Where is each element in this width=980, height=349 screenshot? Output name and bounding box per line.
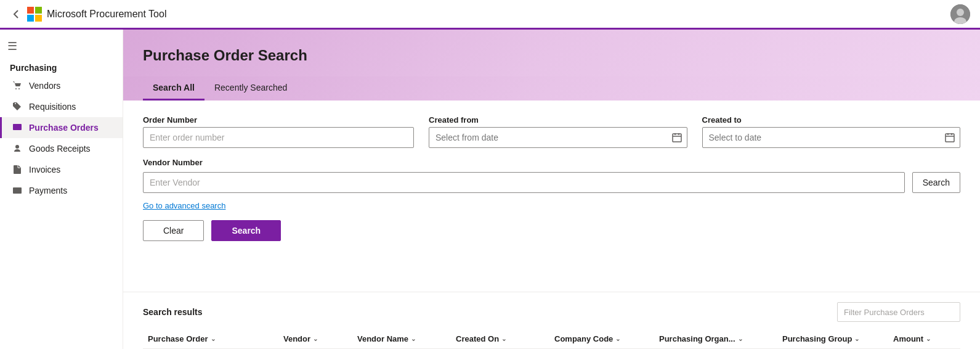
created-from-calendar-button[interactable]	[667, 133, 687, 142]
vendor-number-label: Vendor Number	[143, 158, 960, 167]
svg-point-4	[18, 88, 20, 89]
sort-icon-pgroup: ⌄	[854, 335, 859, 342]
topbar: Microsoft Procurement Tool	[0, 0, 980, 30]
results-header: Search results	[143, 302, 960, 322]
hero-section: Purchase Order Search	[123, 30, 980, 76]
svg-rect-5	[13, 124, 22, 130]
col-header-vendor-name[interactable]: Vendor Name ⌄	[352, 334, 451, 343]
created-from-input[interactable]	[429, 129, 667, 146]
sidebar-label-payments: Payments	[29, 186, 67, 195]
sidebar-item-requisitions[interactable]: Requisitions	[0, 96, 123, 117]
clear-button[interactable]: Clear	[143, 220, 204, 241]
doc-icon	[12, 164, 23, 175]
order-number-field: Order Number	[143, 115, 414, 148]
created-to-label: Created to	[702, 115, 961, 125]
tag-icon	[12, 101, 23, 112]
sort-icon-po: ⌄	[211, 335, 216, 342]
vendor-number-field	[143, 172, 905, 193]
search-form: Order Number Created from	[143, 115, 960, 241]
sort-icon-company-code: ⌄	[615, 335, 620, 342]
payment-icon	[12, 185, 23, 196]
topbar-left: Microsoft Procurement Tool	[10, 7, 166, 22]
hamburger-icon[interactable]: ☰	[0, 35, 123, 58]
sidebar-item-goods-receipts[interactable]: Goods Receipts	[0, 138, 123, 159]
action-row: Clear Search	[143, 220, 960, 241]
advanced-search-link[interactable]: Go to advanced search	[143, 201, 225, 210]
avatar[interactable]	[950, 4, 970, 24]
sidebar-label-requisitions: Requisitions	[29, 102, 76, 112]
sidebar-item-purchase-orders[interactable]: Purchase Orders	[0, 117, 123, 138]
col-header-created-on[interactable]: Created On ⌄	[451, 334, 549, 343]
svg-point-1	[957, 9, 964, 16]
results-title: Search results	[143, 307, 203, 317]
col-header-porg[interactable]: Purchasing Organ... ⌄	[654, 334, 777, 343]
sort-icon-vendor-name: ⌄	[411, 335, 416, 342]
sidebar-item-invoices[interactable]: Invoices	[0, 159, 123, 180]
ms-logo-green	[35, 7, 42, 14]
content-area: Order Number Created from	[123, 101, 980, 292]
search-inline-button[interactable]: Search	[912, 172, 960, 193]
svg-point-3	[15, 88, 17, 89]
vendor-number-input[interactable]	[143, 172, 905, 193]
sidebar-label-vendors: Vendors	[29, 81, 60, 91]
microsoft-logo	[27, 7, 42, 22]
tabs-bar: Search All Recently Searched	[123, 76, 980, 101]
back-button[interactable]	[10, 8, 22, 20]
order-number-input[interactable]	[143, 127, 414, 148]
results-section: Search results Purchase Order ⌄ Vendor ⌄…	[123, 292, 980, 349]
created-from-label: Created from	[429, 115, 687, 125]
page-title: Purchase Order Search	[143, 47, 960, 64]
sidebar-label-goods-receipts: Goods Receipts	[29, 144, 91, 154]
sidebar-section-title: Purchasing	[0, 58, 123, 75]
user-icon	[12, 143, 23, 154]
svg-rect-10	[13, 189, 22, 191]
vendor-number-label-row: Vendor Number	[143, 158, 960, 167]
sort-icon-amount: ⌄	[926, 335, 931, 342]
sidebar-item-vendors[interactable]: Vendors	[0, 75, 123, 96]
col-header-po[interactable]: Purchase Order ⌄	[143, 334, 278, 343]
created-from-wrapper	[429, 127, 687, 148]
sidebar: ☰ Purchasing Vendors Requisitions Purcha…	[0, 30, 123, 349]
sort-icon-vendor: ⌄	[313, 335, 318, 342]
svg-point-6	[15, 145, 19, 149]
svg-rect-15	[946, 134, 954, 142]
svg-rect-11	[673, 134, 681, 142]
main-content: Purchase Order Search Search All Recentl…	[123, 30, 980, 349]
sidebar-label-invoices: Invoices	[29, 165, 60, 175]
created-to-wrapper	[702, 127, 961, 148]
col-header-pgroup[interactable]: Purchasing Group ⌄	[777, 334, 888, 343]
search-button[interactable]: Search	[211, 220, 281, 241]
order-number-label: Order Number	[143, 115, 414, 125]
ms-logo-red	[27, 7, 34, 14]
vendor-row: Search	[143, 172, 960, 193]
filter-input[interactable]	[837, 302, 960, 322]
layout: ☰ Purchasing Vendors Requisitions Purcha…	[0, 30, 980, 349]
table-header: Purchase Order ⌄ Vendor ⌄ Vendor Name ⌄ …	[143, 329, 960, 349]
sort-icon-created-on: ⌄	[501, 335, 506, 342]
created-to-calendar-button[interactable]	[940, 133, 960, 142]
form-row-1: Order Number Created from	[143, 115, 960, 148]
col-header-vendor[interactable]: Vendor ⌄	[278, 334, 352, 343]
col-header-company-code[interactable]: Company Code ⌄	[549, 334, 654, 343]
col-header-amount[interactable]: Amount ⌄	[888, 334, 960, 343]
ms-logo-yellow	[35, 15, 42, 22]
tab-search-all[interactable]: Search All	[143, 76, 205, 101]
created-from-field: Created from	[429, 115, 687, 148]
app-title: Microsoft Procurement Tool	[47, 9, 166, 20]
cart-icon	[12, 80, 23, 91]
sidebar-item-payments[interactable]: Payments	[0, 180, 123, 201]
monitor-icon	[12, 122, 23, 133]
sort-icon-porg: ⌄	[738, 335, 743, 342]
sidebar-label-purchase-orders: Purchase Orders	[29, 123, 99, 133]
tab-recently-searched[interactable]: Recently Searched	[205, 76, 297, 101]
ms-logo-blue	[27, 15, 34, 22]
created-to-input[interactable]	[703, 129, 941, 146]
created-to-field: Created to	[702, 115, 961, 148]
